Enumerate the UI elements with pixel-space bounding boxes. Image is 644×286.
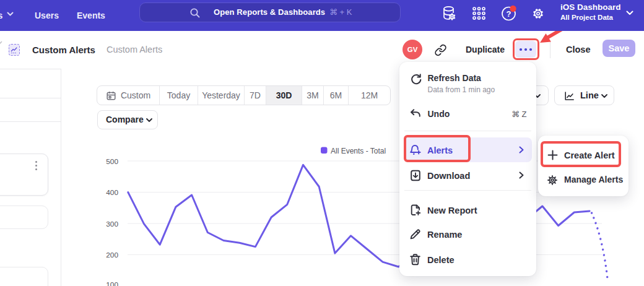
svg-text:?: ?: [507, 9, 511, 19]
svg-text:300: 300: [106, 220, 118, 228]
svg-text:200: 200: [106, 251, 118, 259]
svg-text:400: 400: [106, 188, 118, 197]
svg-text:All Events - Total: All Events - Total: [331, 147, 386, 155]
svg-text:100: 100: [106, 280, 118, 286]
svg-text:500: 500: [106, 157, 118, 166]
